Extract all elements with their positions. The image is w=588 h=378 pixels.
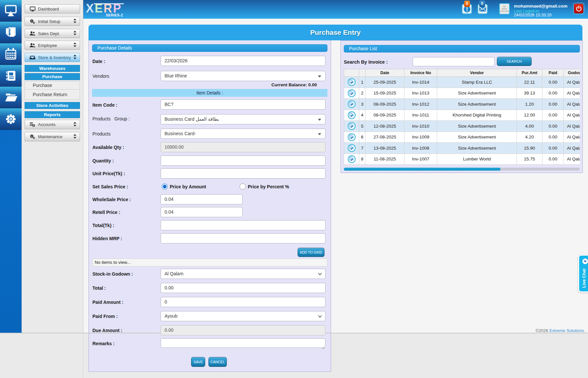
svg-text:$: $ [33,124,34,127]
